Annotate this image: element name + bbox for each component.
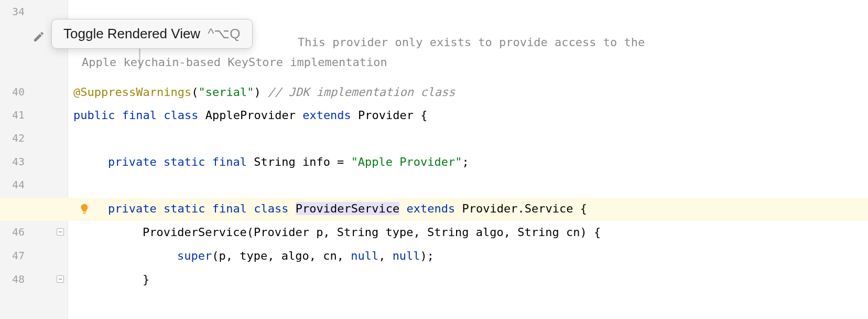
tooltip-label: Toggle Rendered View	[63, 26, 200, 42]
line-number: 48	[12, 273, 25, 285]
tooltip-shortcut: ^⌥Q	[208, 26, 240, 42]
line-number: 42	[12, 132, 25, 144]
code-line-46: ProviderService(Provider p, String type,…	[143, 226, 601, 239]
code-line-48: }	[143, 273, 149, 286]
javadoc-text: This provider only exists to provide acc…	[298, 36, 645, 49]
fold-marker[interactable]	[57, 275, 65, 284]
javadoc-text: Apple keychain-based KeyStore implementa…	[82, 56, 387, 69]
code-line-41: public final class AppleProvider extends…	[73, 109, 428, 122]
line-number: 46	[12, 226, 25, 238]
line-number: 43	[12, 155, 25, 168]
line-number: 40	[12, 86, 25, 98]
code-line-43: private static final String info = "Appl…	[108, 155, 469, 168]
line-number: 41	[12, 109, 25, 121]
line-number: 47	[12, 249, 25, 262]
code-line-40: @SuppressWarnings("serial") // JDK imple…	[73, 86, 455, 99]
line-number: 44	[12, 178, 25, 191]
fold-marker[interactable]	[57, 228, 65, 237]
line-numbers-column: 34 40 41 42 43 44 45 46 47 48	[0, 0, 29, 319]
code-line-47: super(p, type, algo, cn, null, null);	[177, 249, 434, 262]
code-line-45: private static final class ProviderServi…	[108, 202, 587, 215]
pen-icon[interactable]	[32, 30, 45, 46]
tooltip[interactable]: Toggle Rendered View ^⌥Q	[51, 19, 253, 49]
line-number: 34	[12, 5, 25, 18]
